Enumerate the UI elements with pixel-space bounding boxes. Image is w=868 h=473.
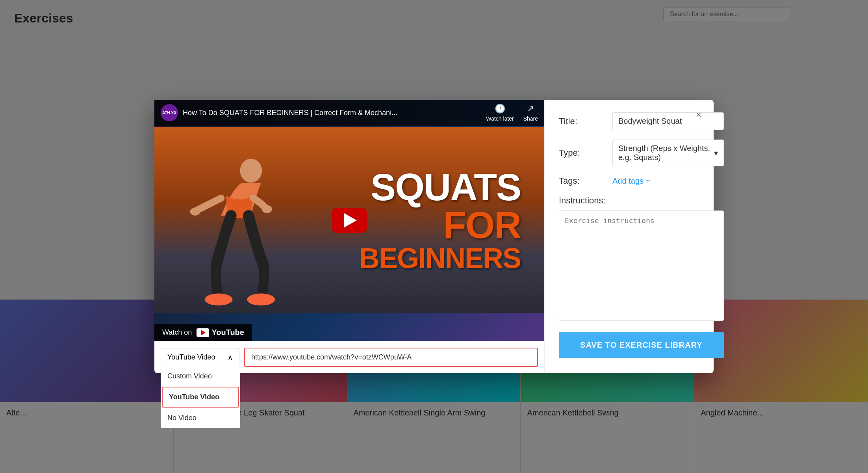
youtube-icon <box>197 328 209 337</box>
watch-on-bar: Watch on YouTube <box>154 324 252 341</box>
source-dropdown[interactable]: YouTube Video ∧ Custom Video YouTube Vid… <box>161 348 239 367</box>
squats-word1: SQUATS <box>359 168 521 206</box>
source-dropdown-menu: Custom Video YouTube Video No Video <box>161 367 240 428</box>
source-option-custom[interactable]: Custom Video <box>161 367 240 386</box>
chevron-up-icon: ∧ <box>228 353 233 362</box>
watch-later-button[interactable]: 🕐 Watch later <box>486 104 514 122</box>
add-tags-button[interactable]: Add tags + <box>612 177 650 186</box>
title-label: Title: <box>559 116 606 127</box>
squats-word3: BEGINNERS <box>359 244 521 272</box>
instructions-textarea[interactable] <box>559 210 724 321</box>
modal-right: Title: Type: Strength (Reps x Weights, e… <box>544 100 738 373</box>
person-silhouette <box>186 156 296 305</box>
video-header: ATH XX How To Do SQUATS FOR BEGINNERS | … <box>154 100 544 126</box>
youtube-logo: YouTube <box>197 328 244 337</box>
chevron-down-icon: ▾ <box>714 148 718 158</box>
tags-row: Tags: Add tags + <box>559 176 724 186</box>
play-icon <box>344 213 357 227</box>
exercise-modal: × ATH XX How To Do SQUATS FOR BEGINNERS … <box>154 100 714 373</box>
video-title: How To Do SQUATS FOR BEGINNERS | Correct… <box>183 109 481 117</box>
title-input[interactable] <box>612 112 724 130</box>
source-option-youtube[interactable]: YouTube Video <box>162 387 239 408</box>
instructions-section: Instructions: <box>559 196 724 322</box>
source-selected-label: YouTube Video <box>167 353 215 361</box>
video-background: ATH XX How To Do SQUATS FOR BEGINNERS | … <box>154 100 544 341</box>
svg-point-0 <box>240 159 262 183</box>
modal-left: ATH XX How To Do SQUATS FOR BEGINNERS | … <box>154 100 544 373</box>
source-option-none[interactable]: No Video <box>161 408 240 428</box>
video-text-overlay: SQUATS FOR BEGINNERS <box>359 168 521 272</box>
youtube-url-input[interactable] <box>244 348 538 367</box>
watch-on-text: Watch on <box>162 328 192 337</box>
source-dropdown-selected[interactable]: YouTube Video ∧ <box>161 348 239 367</box>
modal-body: ATH XX How To Do SQUATS FOR BEGINNERS | … <box>154 100 714 373</box>
youtube-text: YouTube <box>211 328 244 337</box>
clock-icon: 🕐 <box>495 104 505 114</box>
svg-point-4 <box>247 294 275 305</box>
video-container: ATH XX How To Do SQUATS FOR BEGINNERS | … <box>154 100 544 341</box>
type-value: Strength (Reps x Weights, e.g. Squats) <box>618 144 714 162</box>
yt-play-icon <box>201 330 206 335</box>
watch-later-label: Watch later <box>486 115 514 122</box>
share-icon: ↗ <box>527 104 534 114</box>
instructions-label: Instructions: <box>559 196 724 206</box>
play-button[interactable] <box>332 208 367 233</box>
svg-point-3 <box>205 294 233 305</box>
type-row: Type: Strength (Reps x Weights, e.g. Squ… <box>559 140 724 166</box>
video-actions: 🕐 Watch later ↗ Share <box>486 104 538 122</box>
share-label: Share <box>523 115 538 122</box>
channel-avatar: ATH XX <box>161 104 178 121</box>
video-source-row: YouTube Video ∧ Custom Video YouTube Vid… <box>154 341 544 373</box>
type-select[interactable]: Strength (Reps x Weights, e.g. Squats) ▾ <box>612 140 724 166</box>
squats-word2: FOR <box>359 206 521 244</box>
close-button[interactable]: × <box>692 108 706 122</box>
tags-label: Tags: <box>559 176 606 186</box>
type-label: Type: <box>559 148 606 158</box>
share-button[interactable]: ↗ Share <box>523 104 538 122</box>
svg-point-2 <box>262 205 272 213</box>
save-to-library-button[interactable]: SAVE TO EXERCISE LIBRARY <box>559 332 724 358</box>
svg-point-1 <box>190 208 200 216</box>
